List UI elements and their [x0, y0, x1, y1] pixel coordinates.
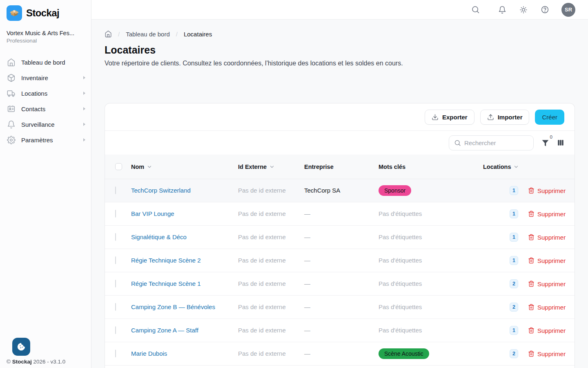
tenant-name-link[interactable]: Camping Zone A — Staff: [131, 327, 198, 334]
table-row: Régie Technique Scène 2Pas de id externe…: [105, 249, 575, 272]
sidebar-item-surveillance[interactable]: Surveillance: [0, 117, 91, 132]
tag-empty-label: Pas d'étiquettes: [379, 257, 422, 264]
tenant-name-link[interactable]: Marie Dubois: [131, 350, 167, 357]
tag-empty-label: Pas d'étiquettes: [379, 303, 422, 310]
select-all-checkbox[interactable]: [115, 163, 122, 170]
row-checkbox[interactable]: [115, 280, 116, 287]
breadcrumb-home-icon[interactable]: [105, 30, 112, 38]
upload-icon: [487, 114, 494, 121]
row-checkbox[interactable]: [115, 210, 116, 218]
locations-count-badge: 1: [510, 256, 518, 265]
brand-name: Stockaj: [26, 7, 59, 19]
workspace-name: Vortex Music & Arts Fes...: [7, 30, 85, 36]
theme-sun-icon[interactable]: [519, 5, 528, 14]
sidebar: S Stockaj Vortex Music & Arts Fes... Pro…: [0, 0, 91, 368]
search-icon[interactable]: [471, 5, 480, 14]
export-button[interactable]: Exporter: [425, 110, 474, 125]
tag-empty-label: Pas d'étiquettes: [379, 327, 422, 334]
search-icon: [454, 139, 461, 146]
delete-button[interactable]: Supprimer: [528, 327, 566, 334]
table-row: Marie DuboisPas de id externe—Scène Acou…: [105, 342, 575, 366]
columns-icon[interactable]: [557, 139, 564, 146]
row-checkbox[interactable]: [115, 326, 116, 334]
delete-button[interactable]: Supprimer: [528, 280, 566, 287]
box-icon: [7, 74, 16, 82]
tenant-name-link[interactable]: Régie Technique Scène 1: [131, 280, 201, 287]
page-subtitle: Votre répertoire de clients. Consultez l…: [105, 60, 575, 67]
search-box: [449, 135, 534, 150]
help-icon[interactable]: [540, 5, 549, 14]
column-header-nom[interactable]: Nom: [131, 164, 238, 170]
chevron-right-icon: [83, 138, 85, 141]
sidebar-item-inventaire[interactable]: Inventaire: [0, 70, 91, 85]
external-id-label: Pas de id externe: [238, 257, 286, 264]
svg-text:S: S: [13, 9, 16, 13]
cookie-settings-button[interactable]: [12, 338, 30, 356]
delete-button[interactable]: Supprimer: [528, 304, 566, 311]
sidebar-item-locations[interactable]: Locations: [0, 85, 91, 101]
sidebar-item-label: Inventaire: [21, 74, 48, 81]
column-header-locations[interactable]: Locations: [483, 164, 528, 170]
delete-button[interactable]: Supprimer: [528, 211, 566, 218]
company-label: —: [304, 233, 310, 240]
locations-count-badge: 2: [510, 349, 518, 358]
user-avatar[interactable]: SR: [561, 3, 575, 17]
chevron-right-icon: [83, 92, 85, 95]
delete-button[interactable]: Supprimer: [528, 350, 566, 357]
column-header-entreprise: Entreprise: [304, 164, 379, 170]
locations-count-badge: 2: [510, 279, 518, 288]
tag-empty-label: Pas d'étiquettes: [379, 210, 422, 217]
page-title: Locataires: [105, 44, 575, 56]
trash-icon: [528, 257, 535, 264]
tenant-name-link[interactable]: Régie Technique Scène 2: [131, 257, 201, 264]
company-label: —: [304, 257, 310, 264]
tenant-name-link[interactable]: Signalétique & Déco: [131, 233, 187, 240]
sidebar-item-parametres[interactable]: Paramètres: [0, 132, 91, 148]
delete-button[interactable]: Supprimer: [528, 187, 566, 194]
tenant-name-link[interactable]: TechCorp Switzerland: [131, 187, 191, 194]
table-row: Camping Zone B — BénévolesPas de id exte…: [105, 296, 575, 319]
card-toolbar: Exporter Importer Créer: [105, 103, 575, 131]
row-checkbox[interactable]: [115, 303, 116, 311]
sidebar-item-contacts[interactable]: Contacts: [0, 101, 91, 117]
table-body: TechCorp SwitzerlandPas de id externeTec…: [105, 179, 575, 366]
table-row: Camping Zone A — StaffPas de id externe—…: [105, 319, 575, 342]
delete-button[interactable]: Supprimer: [528, 234, 566, 241]
company-label: TechCorp SA: [304, 187, 340, 194]
row-checkbox[interactable]: [115, 186, 116, 194]
sidebar-item-label: Locations: [21, 90, 47, 97]
tenant-name-link[interactable]: Bar VIP Lounge: [131, 210, 174, 217]
company-label: —: [304, 280, 310, 287]
row-checkbox[interactable]: [115, 350, 116, 357]
external-id-label: Pas de id externe: [238, 280, 286, 287]
table-header: Nom Id Externe Entreprise Mots clés Loca…: [105, 155, 575, 179]
sidebar-footer-version: © Stockaj 2026 - v3.1.0: [7, 359, 65, 365]
external-id-label: Pas de id externe: [238, 210, 286, 217]
import-button[interactable]: Importer: [480, 110, 530, 125]
create-button[interactable]: Créer: [535, 110, 564, 125]
chevron-right-icon: [83, 76, 85, 79]
workspace-switcher[interactable]: Vortex Music & Arts Fes... Professional: [0, 23, 91, 44]
breadcrumb-item-dashboard[interactable]: Tableau de bord: [126, 31, 170, 38]
chevron-right-icon: [83, 107, 85, 110]
trash-icon: [528, 211, 535, 217]
company-label: —: [304, 350, 310, 357]
sidebar-item-tableau-de-bord[interactable]: Tableau de bord: [0, 54, 91, 70]
gear-icon: [7, 136, 16, 144]
locations-count-badge: 2: [510, 303, 518, 312]
delete-button[interactable]: Supprimer: [528, 257, 566, 264]
table-row: Régie Technique Scène 1Pas de id externe…: [105, 272, 575, 296]
table-row: Bar VIP LoungePas de id externe—Pas d'ét…: [105, 202, 575, 226]
column-header-id-externe[interactable]: Id Externe: [238, 164, 304, 170]
tenant-name-link[interactable]: Camping Zone B — Bénévoles: [131, 303, 215, 310]
search-input[interactable]: [464, 139, 528, 146]
row-checkbox[interactable]: [115, 233, 116, 241]
row-checkbox[interactable]: [115, 256, 116, 264]
filter-funnel-icon[interactable]: 0: [541, 139, 549, 147]
table-row: TechCorp SwitzerlandPas de id externeTec…: [105, 179, 575, 202]
notifications-bell-icon[interactable]: [498, 5, 507, 14]
brand[interactable]: S Stockaj: [0, 0, 91, 23]
sidebar-item-label: Surveillance: [21, 121, 55, 128]
id-card-icon: [7, 105, 16, 113]
home-icon: [7, 58, 16, 67]
